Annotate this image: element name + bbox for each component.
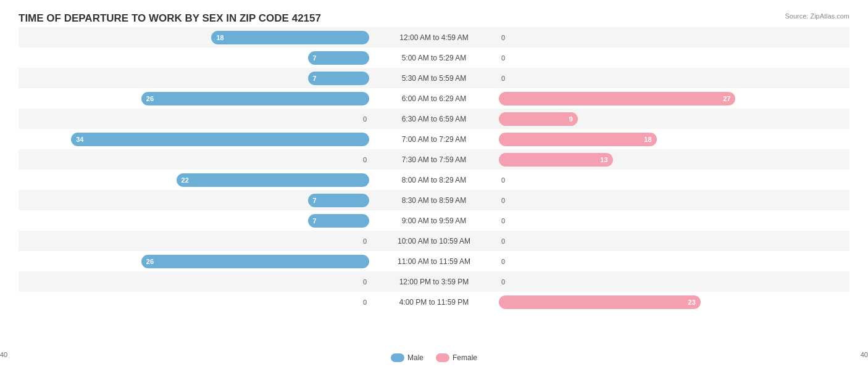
female-value-zero: 0 (501, 237, 505, 245)
male-bar: 7 (308, 51, 369, 65)
chart-row: 2611:00 AM to 11:59 AM0 (19, 251, 849, 271)
male-cell: 22 (19, 170, 369, 190)
chart-title: TIME OF DEPARTURE TO WORK BY SEX IN ZIP … (19, 12, 849, 25)
chart-container: TIME OF DEPARTURE TO WORK BY SEX IN ZIP … (0, 0, 868, 367)
female-cell: 9 (499, 109, 849, 129)
chart-row: 012:00 PM to 3:59 PM0 (19, 271, 849, 292)
female-cell: 0 (499, 47, 849, 68)
chart-row: 347:00 AM to 7:29 AM18 (19, 129, 849, 149)
male-bar: 7 (308, 72, 369, 85)
female-value-zero: 0 (501, 34, 505, 41)
male-bar: 26 (141, 255, 369, 268)
male-cell: 7 (19, 190, 369, 210)
female-value-zero: 0 (501, 258, 505, 265)
female-bar: 27 (499, 92, 735, 105)
chart-row: 79:00 AM to 9:59 AM0 (19, 210, 849, 231)
chart-row: 75:00 AM to 5:29 AM0 (19, 47, 849, 68)
time-label: 4:00 PM to 11:59 PM (369, 298, 499, 307)
male-label: Male (407, 353, 424, 362)
male-bar: 34 (71, 133, 369, 146)
female-value-zero: 0 (501, 217, 505, 225)
female-value-zero: 0 (501, 278, 505, 286)
male-value-zero: 0 (363, 156, 367, 163)
male-cell: 7 (19, 68, 369, 88)
female-cell: 13 (499, 149, 849, 170)
male-cell: 7 (19, 47, 369, 68)
female-value-zero: 0 (501, 54, 505, 62)
female-cell: 0 (499, 231, 849, 251)
female-swatch (436, 353, 449, 362)
female-value-zero: 0 (501, 75, 505, 82)
axis-label-right: 40 (861, 351, 868, 358)
chart-row: 228:00 AM to 8:29 AM0 (19, 170, 849, 190)
time-label: 5:30 AM to 5:59 AM (369, 74, 499, 83)
male-value-zero: 0 (363, 115, 367, 123)
time-label: 7:30 AM to 7:59 AM (369, 155, 499, 164)
female-value-zero: 0 (501, 176, 505, 184)
chart-row: 1812:00 AM to 4:59 AM0 (19, 27, 849, 47)
legend: Male Female (391, 353, 477, 362)
female-bar: 18 (499, 133, 657, 146)
male-cell: 18 (19, 27, 369, 47)
female-cell: 27 (499, 88, 849, 109)
female-bar: 23 (499, 295, 701, 309)
male-cell: 34 (19, 129, 369, 149)
time-label: 12:00 AM to 4:59 AM (369, 33, 499, 42)
male-bar: 7 (308, 194, 369, 207)
time-label: 5:00 AM to 5:29 AM (369, 54, 499, 62)
female-value-zero: 0 (501, 197, 505, 204)
male-bar: 18 (211, 31, 369, 44)
time-label: 9:00 AM to 9:59 AM (369, 216, 499, 225)
male-bar: 7 (308, 214, 369, 228)
female-cell: 0 (499, 271, 849, 292)
female-cell: 0 (499, 68, 849, 88)
female-bar: 13 (499, 153, 613, 167)
female-cell: 0 (499, 170, 849, 190)
chart-row: 75:30 AM to 5:59 AM0 (19, 68, 849, 88)
time-label: 6:00 AM to 6:29 AM (369, 94, 499, 103)
time-label: 8:30 AM to 8:59 AM (369, 196, 499, 205)
chart-row: 04:00 PM to 11:59 PM23 (19, 292, 849, 312)
time-label: 7:00 AM to 7:29 AM (369, 135, 499, 144)
time-label: 6:30 AM to 6:59 AM (369, 115, 499, 123)
male-cell: 0 (19, 109, 369, 129)
chart-row: 78:30 AM to 8:59 AM0 (19, 190, 849, 210)
male-value-zero: 0 (363, 278, 367, 286)
source-text: Source: ZipAtlas.com (785, 12, 849, 20)
chart-row: 010:00 AM to 10:59 AM0 (19, 231, 849, 251)
female-cell: 0 (499, 27, 849, 47)
female-cell: 18 (499, 129, 849, 149)
female-cell: 0 (499, 190, 849, 210)
male-bar: 22 (177, 173, 369, 187)
time-label: 10:00 AM to 10:59 AM (369, 237, 499, 245)
male-value-zero: 0 (363, 299, 367, 306)
male-value-zero: 0 (363, 237, 367, 245)
male-cell: 7 (19, 210, 369, 231)
chart-row: 07:30 AM to 7:59 AM13 (19, 149, 849, 170)
time-label: 11:00 AM to 11:59 AM (369, 257, 499, 266)
legend-male: Male (391, 353, 424, 362)
male-cell: 0 (19, 231, 369, 251)
male-cell: 0 (19, 271, 369, 292)
male-cell: 0 (19, 149, 369, 170)
female-cell: 0 (499, 210, 849, 231)
female-cell: 0 (499, 251, 849, 271)
axis-label-left: 40 (0, 351, 7, 358)
chart-row: 266:00 AM to 6:29 AM27 (19, 88, 849, 109)
male-cell: 0 (19, 292, 369, 312)
male-cell: 26 (19, 251, 369, 271)
female-bar: 9 (499, 112, 578, 126)
legend-female: Female (436, 353, 477, 362)
male-swatch (391, 353, 404, 362)
male-bar: 26 (141, 92, 369, 105)
time-label: 8:00 AM to 8:29 AM (369, 176, 499, 184)
chart-row: 06:30 AM to 6:59 AM9 (19, 109, 849, 129)
female-cell: 23 (499, 292, 849, 312)
time-label: 12:00 PM to 3:59 PM (369, 278, 499, 286)
male-cell: 26 (19, 88, 369, 109)
female-label: Female (453, 353, 477, 362)
chart-rows-wrapper: 1812:00 AM to 4:59 AM075:00 AM to 5:29 A… (19, 27, 849, 312)
